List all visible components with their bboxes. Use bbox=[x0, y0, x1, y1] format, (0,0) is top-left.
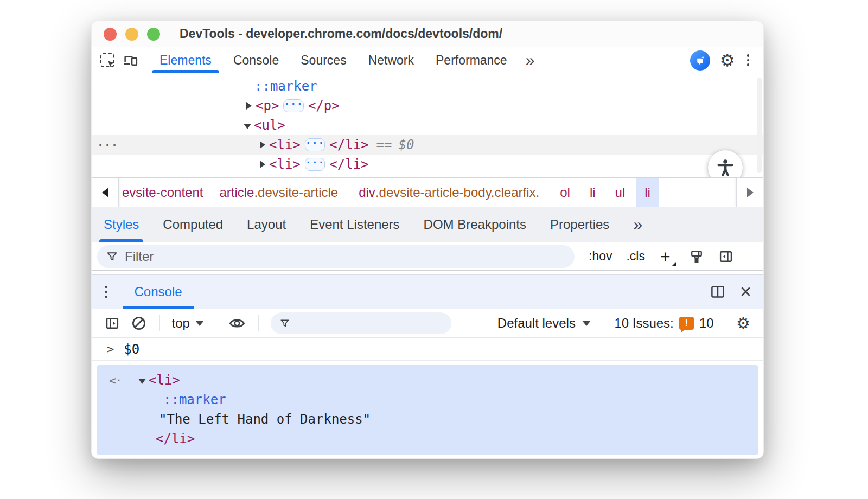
issues-counter[interactable]: 10 Issues: ! 10 bbox=[611, 316, 717, 331]
tab-performance-label: Performance bbox=[436, 53, 507, 68]
styles-filter[interactable] bbox=[97, 245, 575, 268]
breadcrumb-item-ul[interactable]: ul bbox=[607, 178, 634, 207]
tab-sources[interactable]: Sources bbox=[290, 47, 357, 73]
split-panel-button[interactable] bbox=[710, 284, 726, 300]
tree-row-li-selected[interactable]: ··· <li>···</li>==$0 bbox=[92, 135, 763, 155]
tab-styles[interactable]: Styles bbox=[96, 207, 146, 242]
breadcrumb-back-button[interactable] bbox=[92, 178, 119, 207]
console-filter[interactable] bbox=[271, 312, 451, 334]
collapse-arrow-icon[interactable] bbox=[138, 379, 146, 384]
tab-properties[interactable]: Properties bbox=[542, 207, 617, 242]
breadcrumb-item-ol[interactable]: ol bbox=[552, 178, 578, 207]
drawer-tab-label: Console bbox=[135, 284, 182, 299]
row-overflow-dots[interactable]: ··· bbox=[97, 138, 118, 151]
levels-dropdown[interactable]: Default levels bbox=[491, 316, 597, 331]
tree-row-p[interactable]: <p>···</p> bbox=[92, 96, 763, 116]
tree-row-marker-pseudo[interactable]: ::marker bbox=[92, 76, 763, 96]
tab-layout[interactable]: Layout bbox=[239, 207, 293, 242]
panel-toggle-button[interactable] bbox=[718, 249, 733, 264]
tab-layout-label: Layout bbox=[247, 217, 286, 232]
console-filter-input[interactable] bbox=[296, 316, 443, 330]
console-history-entry[interactable]: > $0 bbox=[92, 338, 763, 361]
breadcrumb-item-div[interactable]: div.devsite-article-body.clearfix. bbox=[350, 178, 547, 207]
result-row-text[interactable]: "The Left Hand of Darkness" bbox=[97, 410, 758, 429]
clear-console-button[interactable] bbox=[125, 315, 152, 331]
tab-event-listeners[interactable]: Event Listeners bbox=[302, 207, 407, 242]
more-tabs-button[interactable]: » bbox=[518, 51, 544, 69]
drawer-close-button[interactable]: × bbox=[740, 282, 751, 302]
titlebar: DevTools - developer.chrome.com/docs/dev… bbox=[92, 21, 763, 47]
tab-console[interactable]: Console bbox=[222, 47, 290, 73]
console-result-block[interactable]: <· <li> ::marker "The Left Hand of Darkn… bbox=[97, 365, 758, 455]
tab-elements-label: Elements bbox=[159, 53, 212, 68]
breadcrumb-item-li-selected[interactable]: li bbox=[636, 178, 659, 207]
console-sidebar-button[interactable] bbox=[99, 316, 125, 331]
new-style-rule-button[interactable]: + bbox=[660, 248, 675, 265]
cls-toggle[interactable]: .cls bbox=[626, 249, 645, 264]
crumb-tag: li bbox=[644, 185, 650, 200]
context-selector[interactable]: top bbox=[167, 316, 209, 331]
devtools-window: DevTools - developer.chrome.com/docs/dev… bbox=[91, 21, 764, 459]
live-expression-button[interactable] bbox=[223, 315, 251, 332]
main-menu-button[interactable] bbox=[741, 54, 756, 66]
breadcrumb-item-li[interactable]: li bbox=[582, 178, 604, 207]
console-expression: $0 bbox=[124, 342, 139, 357]
tag-close: </li> bbox=[156, 431, 195, 446]
eye-icon bbox=[228, 315, 246, 332]
ellipsis-button[interactable]: ··· bbox=[305, 158, 326, 171]
panel-left-arrow-icon bbox=[718, 249, 733, 264]
page-background: DevTools - developer.chrome.com/docs/dev… bbox=[0, 0, 868, 499]
panel-gap bbox=[92, 271, 763, 274]
issues-count: 10 bbox=[699, 316, 714, 331]
expand-arrow-icon[interactable] bbox=[246, 102, 252, 110]
ai-assistance-button[interactable] bbox=[690, 50, 710, 71]
breadcrumb-item-devsite-content[interactable]: evsite-content bbox=[119, 178, 211, 207]
inspect-element-button[interactable] bbox=[96, 49, 119, 71]
kebab-icon bbox=[105, 296, 107, 298]
brush-button[interactable] bbox=[689, 249, 704, 264]
more-sidebar-tabs-button[interactable]: » bbox=[626, 215, 651, 234]
expand-arrow-icon[interactable] bbox=[260, 161, 265, 168]
tab-elements[interactable]: Elements bbox=[149, 47, 222, 73]
breadcrumb-item-article[interactable]: article.devsite-article bbox=[211, 178, 346, 207]
ellipsis-button[interactable]: ··· bbox=[305, 138, 326, 151]
tab-dom-breakpoints[interactable]: DOM Breakpoints bbox=[416, 207, 534, 242]
device-toolbar-icon bbox=[122, 52, 138, 68]
tab-computed[interactable]: Computed bbox=[155, 207, 231, 242]
hov-toggle[interactable]: :hov bbox=[589, 249, 612, 264]
zoom-window-button[interactable] bbox=[147, 28, 160, 41]
tab-performance[interactable]: Performance bbox=[425, 47, 518, 73]
ellipsis-button[interactable]: ··· bbox=[283, 99, 304, 112]
context-label: top bbox=[172, 316, 190, 331]
result-row-pseudo[interactable]: ::marker bbox=[97, 390, 758, 410]
main-tabbar: Elements Console Sources Network Perform… bbox=[92, 47, 763, 73]
plus-icon: + bbox=[660, 247, 671, 266]
expand-arrow-icon[interactable] bbox=[260, 141, 265, 149]
tab-properties-label: Properties bbox=[550, 217, 609, 232]
tag-close: </p> bbox=[308, 98, 340, 113]
dropdown-corner-icon bbox=[672, 262, 676, 266]
close-window-button[interactable] bbox=[104, 28, 117, 41]
crumb-tag: article bbox=[219, 185, 254, 200]
console-settings-button[interactable]: ⚙ bbox=[731, 314, 756, 332]
minimize-window-button[interactable] bbox=[125, 28, 138, 41]
styles-filter-input[interactable] bbox=[125, 249, 566, 264]
divider bbox=[682, 52, 682, 68]
breadcrumb-forward-button[interactable] bbox=[736, 178, 763, 207]
inspect-cursor-icon bbox=[100, 53, 114, 67]
tree-row-ul[interactable]: <ul> bbox=[92, 116, 763, 135]
drawer-tab-console[interactable]: Console bbox=[118, 275, 199, 309]
tree-scrollbar[interactable] bbox=[757, 78, 762, 173]
kebab-icon bbox=[747, 63, 750, 66]
device-toolbar-button[interactable] bbox=[119, 49, 142, 71]
tree-row-li[interactable]: <li>···</li> bbox=[92, 155, 763, 174]
settings-button[interactable]: ⚙ bbox=[714, 50, 741, 70]
result-row-open[interactable]: <li> bbox=[97, 370, 758, 390]
tab-network[interactable]: Network bbox=[358, 47, 425, 73]
tag-close: </li> bbox=[329, 137, 368, 152]
result-row-close[interactable]: </li> bbox=[97, 429, 758, 449]
tag-open: <p> bbox=[256, 98, 279, 113]
kebab-icon bbox=[105, 286, 107, 289]
collapse-arrow-icon[interactable] bbox=[244, 124, 251, 129]
drawer-menu-button[interactable] bbox=[92, 286, 118, 298]
